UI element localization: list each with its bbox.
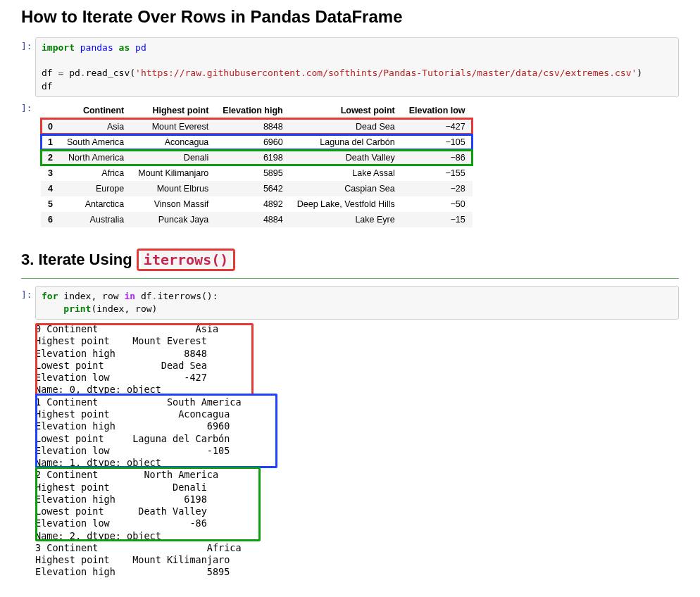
table-cell: Vinson Massif	[131, 196, 215, 212]
section-divider	[21, 278, 679, 279]
output-cell-2: 0 Continent Asia Highest point Mount Eve…	[35, 323, 679, 579]
table-cell: 5642	[215, 181, 289, 196]
table-cell: −50	[402, 196, 473, 212]
table-row: 5AntarcticaVinson Massif4892Deep Lake, V…	[41, 196, 473, 212]
table-cell: −155	[402, 165, 473, 181]
table-row: 0AsiaMount Everest8848Dead Sea−427	[41, 118, 473, 134]
table-row: 6AustraliaPuncak Jaya4884Lake Eyre−15	[41, 212, 473, 227]
section-heading: 3. Iterate Using iterrows()	[21, 249, 679, 271]
output-prompt: ]:	[21, 99, 35, 231]
code-input-1[interactable]: import pandas as pd df = pd.read_csv('ht…	[35, 37, 679, 97]
table-cell: North America	[60, 150, 131, 165]
table-cell: Denali	[131, 150, 215, 165]
column-header: Highest point	[131, 103, 215, 119]
table-cell: Aconcagua	[131, 134, 215, 150]
code-cell-2: ]: for index, row in df.iterrows(): prin…	[21, 286, 679, 320]
row-index: 3	[41, 165, 60, 181]
table-cell: Australia	[60, 212, 131, 227]
table-cell: −15	[402, 212, 473, 227]
table-cell: Lake Assal	[290, 165, 402, 181]
table-row: 3AfricaMount Kilimanjaro5895Lake Assal−1…	[41, 165, 473, 181]
table-cell: 8848	[215, 118, 289, 134]
output-highlight-green	[35, 467, 261, 541]
table-cell: South America	[60, 134, 131, 150]
output-highlight-red	[35, 323, 254, 396]
table-cell: Puncak Jaya	[131, 212, 215, 227]
table-cell: Africa	[60, 165, 131, 181]
code-cell-1: ]: import pandas as pd df = pd.read_csv(…	[21, 37, 679, 97]
table-cell: −427	[402, 118, 473, 134]
table-row: 1South AmericaAconcagua6960Laguna del Ca…	[41, 134, 473, 150]
input-prompt: ]:	[21, 37, 35, 97]
dataframe-table: ContinentHighest pointElevation highLowe…	[41, 103, 473, 227]
table-cell: Antarctica	[60, 196, 131, 212]
table-cell: Caspian Sea	[290, 181, 402, 196]
column-header: Elevation low	[402, 103, 473, 119]
row-index: 0	[41, 118, 60, 134]
iterrows-code-label: iterrows()	[141, 251, 231, 269]
output-cell-1: ]: ContinentHighest pointElevation highL…	[21, 99, 679, 231]
row-index: 2	[41, 150, 60, 165]
table-row: 4EuropeMount Elbrus5642Caspian Sea−28	[41, 181, 473, 196]
table-row: 2North AmericaDenali6198Death Valley−86	[41, 150, 473, 165]
page-title: How to Iterate Over Rows in Pandas DataF…	[21, 7, 679, 27]
output-highlight-blue	[35, 394, 277, 468]
table-cell: Asia	[60, 118, 131, 134]
table-cell: 4884	[215, 212, 289, 227]
iterrows-highlight: iterrows()	[137, 249, 235, 271]
row-index: 6	[41, 212, 60, 227]
row-index: 4	[41, 181, 60, 196]
section-heading-text: 3. Iterate Using	[21, 251, 137, 268]
table-output: ContinentHighest pointElevation highLowe…	[35, 99, 679, 231]
table-cell: Laguna del Carbón	[290, 134, 402, 150]
row-index: 1	[41, 134, 60, 150]
row-index: 5	[41, 196, 60, 212]
table-cell: Death Valley	[290, 150, 402, 165]
table-cell: Mount Kilimanjaro	[131, 165, 215, 181]
code-input-2[interactable]: for index, row in df.iterrows(): print(i…	[35, 286, 679, 320]
table-cell: Mount Everest	[131, 118, 215, 134]
table-cell: Dead Sea	[290, 118, 402, 134]
column-header: Elevation high	[215, 103, 289, 119]
table-cell: Europe	[60, 181, 131, 196]
table-cell: −86	[402, 150, 473, 165]
column-header: Lowest point	[290, 103, 402, 119]
table-cell: −105	[402, 134, 473, 150]
table-cell: 6198	[215, 150, 289, 165]
column-header: Continent	[60, 103, 131, 119]
table-cell: 6960	[215, 134, 289, 150]
table-cell: Deep Lake, Vestfold Hills	[290, 196, 402, 212]
table-cell: 5895	[215, 165, 289, 181]
iterrows-output: 0 Continent Asia Highest point Mount Eve…	[35, 323, 242, 579]
table-cell: 4892	[215, 196, 289, 212]
table-cell: Mount Elbrus	[131, 181, 215, 196]
input-prompt-2: ]:	[21, 286, 35, 320]
table-cell: Lake Eyre	[290, 212, 402, 227]
table-cell: −28	[402, 181, 473, 196]
